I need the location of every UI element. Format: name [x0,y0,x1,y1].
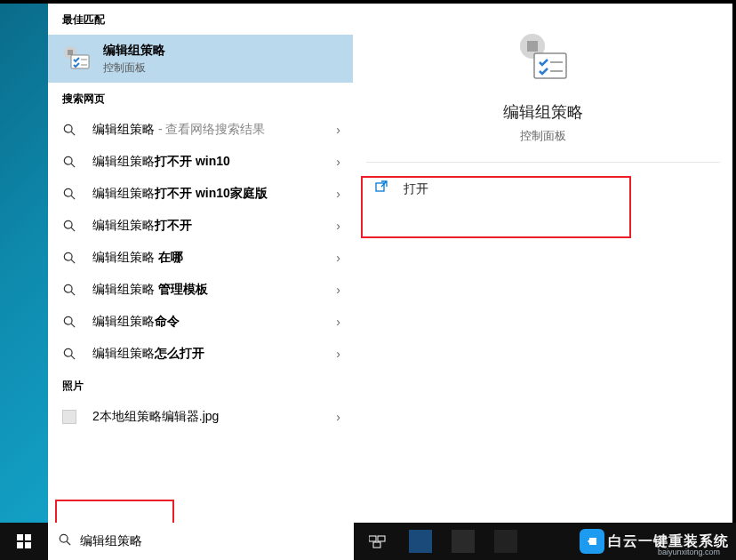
group-policy-icon [62,44,91,73]
web-result-label: 编辑组策略打不开 win10 [92,154,336,170]
chevron-right-icon: › [336,155,340,169]
watermark-url: baiyunxitong.com [658,548,720,556]
web-result-2[interactable]: 编辑组策略打不开 win10家庭版› [48,178,353,210]
web-result-label: 编辑组策略 管理模板 [92,282,336,298]
search-icon [62,155,76,169]
svg-line-18 [71,324,75,327]
svg-rect-26 [376,183,384,191]
watermark: 白云一键重装系统 baiyunxitong.com [580,526,729,556]
best-match-item[interactable]: 编辑组策略 控制面板 [48,35,353,83]
web-result-label: 编辑组策略怎么打开 [92,346,336,362]
search-icon [62,315,76,329]
group-policy-large-icon [515,30,572,87]
start-button[interactable] [0,523,48,560]
svg-line-8 [71,164,75,167]
best-match-subtitle: 控制面板 [103,60,165,76]
svg-line-6 [71,132,75,135]
chevron-right-icon: › [336,219,340,233]
svg-point-11 [64,220,72,228]
details-icon-wrap [354,4,732,91]
svg-line-10 [71,196,75,199]
taskbar-search-box[interactable] [48,523,354,560]
svg-line-12 [71,228,75,231]
web-result-label: 编辑组策略 - 查看网络搜索结果 [92,122,336,138]
search-icon [62,123,76,137]
search-icon [62,219,76,233]
results-column: 最佳匹配 编辑组策略 控制面板 搜索网页 编辑组策略 - 查看网络搜索结果›编辑 [48,4,354,523]
search-icon [62,251,76,265]
svg-rect-23 [534,53,566,78]
svg-point-5 [64,124,72,132]
watermark-badge-icon [580,529,604,554]
web-result-label: 编辑组策略打不开 win10家庭版 [92,186,336,202]
chevron-right-icon: › [336,187,340,201]
details-divider [366,162,720,163]
chevron-right-icon: › [336,315,340,329]
details-column: 编辑组策略 控制面板 打开 [354,4,732,523]
task-view-button[interactable] [357,523,398,560]
chevron-right-icon: › [336,410,340,424]
svg-rect-27 [17,534,23,540]
action-open[interactable]: 打开 [359,172,720,207]
svg-point-17 [64,316,72,324]
image-file-icon [62,410,76,424]
svg-line-16 [71,292,75,295]
search-input[interactable] [80,534,343,548]
best-match-header: 最佳匹配 [48,4,353,35]
svg-rect-2 [71,55,89,68]
svg-point-31 [60,534,68,542]
search-icon [59,533,71,549]
taskbar-app-2[interactable] [443,523,484,560]
svg-rect-22 [527,41,538,52]
svg-rect-35 [373,542,380,548]
action-open-label: 打开 [404,181,428,197]
photo-result-label: 2本地组策略编辑器.jpg [92,409,336,425]
web-result-label: 编辑组策略打不开 [92,218,336,234]
chevron-right-icon: › [336,347,340,361]
svg-rect-28 [25,534,31,540]
svg-rect-1 [68,50,73,55]
chevron-right-icon: › [336,283,340,297]
web-result-3[interactable]: 编辑组策略打不开› [48,210,353,242]
web-result-1[interactable]: 编辑组策略打不开 win10› [48,146,353,178]
svg-point-15 [64,284,72,292]
taskbar-app-3[interactable] [485,523,526,560]
details-subtitle: 控制面板 [354,128,732,144]
open-icon [375,180,391,198]
chevron-right-icon: › [336,251,340,265]
best-match-title: 编辑组策略 [103,43,165,59]
web-result-5[interactable]: 编辑组策略 管理模板› [48,274,353,306]
svg-rect-29 [17,542,23,548]
chevron-right-icon: › [336,123,340,137]
search-icon [62,347,76,361]
windows-logo-icon [17,534,31,548]
svg-line-20 [71,356,75,359]
taskbar-pinned-apps [357,523,526,560]
details-title: 编辑组策略 [354,101,732,123]
svg-point-7 [64,156,72,164]
svg-rect-30 [25,542,31,548]
search-icon [62,187,76,201]
search-icon [62,283,76,297]
photo-result-0[interactable]: 2本地组策略编辑器.jpg› [48,401,353,433]
start-search-panel: 最佳匹配 编辑组策略 控制面板 搜索网页 编辑组策略 - 查看网络搜索结果›编辑 [48,4,732,523]
web-result-label: 编辑组策略命令 [92,314,336,330]
taskbar: 白云一键重装系统 baiyunxitong.com [0,523,736,560]
web-search-header: 搜索网页 [48,83,353,114]
best-match-text: 编辑组策略 控制面板 [103,43,165,76]
desktop-background-strip [0,4,48,523]
svg-rect-34 [378,536,385,541]
svg-point-9 [64,188,72,196]
web-result-7[interactable]: 编辑组策略怎么打开› [48,338,353,370]
web-result-0[interactable]: 编辑组策略 - 查看网络搜索结果› [48,114,353,146]
taskbar-app-1[interactable] [400,523,441,560]
svg-line-14 [71,260,75,263]
web-result-6[interactable]: 编辑组策略命令› [48,306,353,338]
photos-header: 照片 [48,370,353,401]
svg-line-32 [67,541,70,545]
web-result-label: 编辑组策略 在哪 [92,250,336,266]
web-result-4[interactable]: 编辑组策略 在哪› [48,242,353,274]
svg-rect-33 [369,536,376,541]
svg-point-13 [64,252,72,260]
svg-point-19 [64,348,72,356]
